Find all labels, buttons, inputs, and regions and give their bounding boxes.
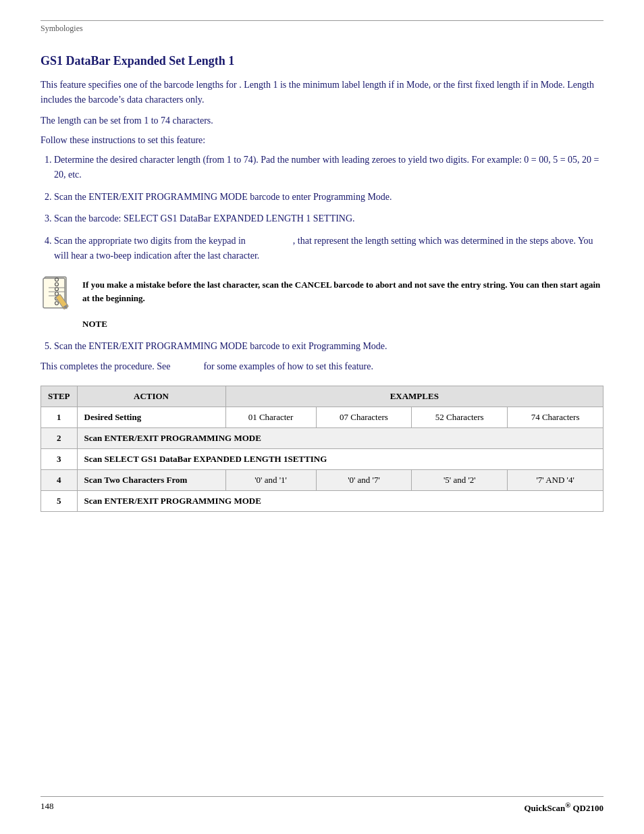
step-2: Scan the ENTER/EXIT PROGRAMMING MODE bar… — [54, 190, 603, 205]
step-1: Determine the desired character length (… — [54, 153, 603, 183]
instructions-label: Follow these instructions to set this fe… — [41, 135, 603, 146]
body-paragraph-2: The length can be set from 1 to 74 chara… — [41, 113, 603, 128]
body-paragraph-1: This feature specifies one of the barcod… — [41, 78, 603, 107]
note-label: NOTE — [82, 319, 603, 330]
example-cell-4: '7' AND '4' — [508, 469, 603, 490]
table-row: 2 Scan ENTER/EXIT PROGRAMMING MODE — [41, 427, 603, 448]
footer: 148 QuickScan® QD2100 — [41, 796, 603, 814]
step-cell: 4 — [41, 469, 78, 490]
action-cell-span: Scan SELECT GS1 DataBar EXPANDED LENGTH … — [77, 448, 603, 469]
step-3: Scan the barcode: SELECT GS1 DataBar EXP… — [54, 211, 603, 226]
page-number: 148 — [41, 801, 54, 814]
example-cell-1: 01 Character — [225, 407, 316, 427]
example-cell-2: '0' and '7' — [316, 469, 412, 490]
step-cell: 1 — [41, 407, 78, 427]
step-4: Scan the appropriate two digits from the… — [54, 234, 603, 264]
example-cell-3: '5' and '2' — [412, 469, 508, 490]
top-border — [41, 20, 603, 21]
table-header-row: STEP ACTION EXAMPLES — [41, 386, 603, 407]
complete-text: This completes the procedure. See for so… — [41, 361, 603, 372]
step-5: Scan the ENTER/EXIT PROGRAMMING MODE bar… — [54, 339, 603, 354]
breadcrumb: Symbologies — [41, 24, 603, 34]
example-cell-1: '0' and '1' — [225, 469, 316, 490]
steps-list-5: Scan the ENTER/EXIT PROGRAMMING MODE bar… — [54, 339, 603, 354]
action-cell: Scan Two Characters From — [77, 469, 225, 490]
table-row: 1 Desired Setting 01 Character 07 Charac… — [41, 407, 603, 427]
data-table: STEP ACTION EXAMPLES 1 Desired Setting 0… — [41, 386, 603, 512]
col-header-examples: EXAMPLES — [225, 386, 603, 407]
note-box: If you make a mistake before the last ch… — [41, 276, 603, 313]
example-cell-3: 52 Characters — [412, 407, 508, 427]
col-header-action: ACTION — [77, 386, 225, 407]
table-row: 3 Scan SELECT GS1 DataBar EXPANDED LENGT… — [41, 448, 603, 469]
step-cell: 2 — [41, 427, 78, 448]
product-model: QuickScan® QD2100 — [524, 801, 603, 814]
note-text: If you make a mistake before the last ch… — [82, 276, 603, 305]
page: Symbologies GS1 DataBar Expanded Set Len… — [0, 0, 644, 834]
steps-list: Determine the desired character length (… — [54, 153, 603, 263]
section-title: GS1 DataBar Expanded Set Length 1 — [41, 54, 603, 68]
col-header-step: STEP — [41, 386, 78, 407]
note-icon — [41, 276, 73, 313]
step-cell: 3 — [41, 448, 78, 469]
action-cell-span: Scan ENTER/EXIT PROGRAMMING MODE — [77, 427, 603, 448]
action-cell: Desired Setting — [77, 407, 225, 427]
table-row: 5 Scan ENTER/EXIT PROGRAMMING MODE — [41, 490, 603, 511]
step-cell: 5 — [41, 490, 78, 511]
table-row: 4 Scan Two Characters From '0' and '1' '… — [41, 469, 603, 490]
example-cell-4: 74 Characters — [508, 407, 603, 427]
action-cell-span: Scan ENTER/EXIT PROGRAMMING MODE — [77, 490, 603, 511]
example-cell-2: 07 Characters — [316, 407, 412, 427]
